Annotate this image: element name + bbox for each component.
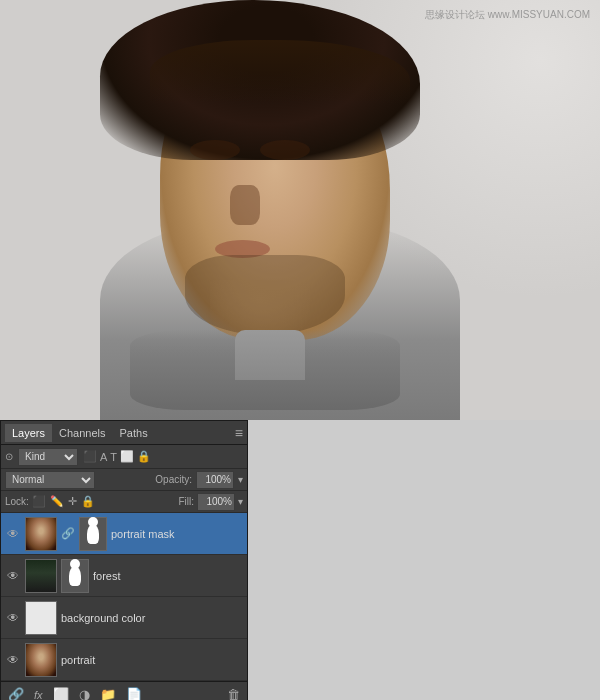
lock-icons-group: ⬛ ✏️ ✛ 🔒 (32, 495, 95, 508)
smart-filter-icon[interactable]: 🔒 (137, 450, 151, 463)
group-button[interactable]: 📁 (97, 685, 119, 700)
fill-label: Fill: (178, 496, 194, 507)
lock-label: Lock: (5, 496, 29, 507)
link-layers-button[interactable]: 🔗 (5, 685, 27, 700)
kind-icons: ⬛ A T ⬜ 🔒 (83, 450, 151, 463)
layer-name-portrait-mask: portrait mask (111, 528, 243, 540)
canvas-area: 思缘设计论坛 www.MISSYUAN.COM (0, 0, 600, 420)
layers-panel: Layers Channels Paths ≡ ⊙ Kind ⬛ A T ⬜ 🔒… (0, 420, 248, 700)
opacity-input[interactable] (196, 471, 234, 489)
layer-name-portrait: portrait (61, 654, 243, 666)
thumb-forest (25, 559, 57, 593)
new-layer-button[interactable]: 📄 (123, 685, 145, 700)
kind-select[interactable]: Kind (18, 448, 78, 466)
lock-row: Lock: ⬛ ✏️ ✛ 🔒 Fill: ▾ (1, 491, 247, 513)
adjustment-filter-icon[interactable]: A (100, 451, 107, 463)
panel-tabs: Layers Channels Paths ≡ (1, 421, 247, 445)
panel-menu-icon[interactable]: ≡ (235, 425, 243, 441)
visibility-forest[interactable]: 👁 (5, 568, 21, 584)
tab-channels[interactable]: Channels (52, 424, 112, 442)
type-filter-icon[interactable]: T (110, 451, 117, 463)
tab-paths[interactable]: Paths (113, 424, 155, 442)
shape-filter-icon[interactable]: ⬜ (120, 450, 134, 463)
layers-list: 👁 🔗 portrait mask 👁 forest 👁 (1, 513, 247, 681)
mask-thumb-forest (61, 559, 89, 593)
layer-row-portrait[interactable]: 👁 portrait (1, 639, 247, 681)
fill-input[interactable] (197, 493, 235, 511)
thumb-portrait-mask (25, 517, 57, 551)
fill-arrow[interactable]: ▾ (238, 496, 243, 507)
fx-button[interactable]: fx (31, 687, 46, 701)
lock-paint-icon[interactable]: ✏️ (50, 495, 64, 508)
adjustment-button[interactable]: ◑ (76, 685, 93, 700)
layer-name-forest: forest (93, 570, 243, 582)
visibility-portrait[interactable]: 👁 (5, 652, 21, 668)
mask-thumb-portrait-mask (79, 517, 107, 551)
blend-mode-select[interactable]: Normal Dissolve Multiply Screen Overlay (5, 471, 95, 489)
layer-row-background-color[interactable]: 👁 background color (1, 597, 247, 639)
lock-pixels-icon[interactable]: ⬛ (32, 495, 46, 508)
tab-layers[interactable]: Layers (5, 424, 52, 442)
layer-row-portrait-mask[interactable]: 👁 🔗 portrait mask (1, 513, 247, 555)
thumb-portrait (25, 643, 57, 677)
watermark: 思缘设计论坛 www.MISSYUAN.COM (425, 8, 590, 22)
lock-move-icon[interactable]: ✛ (68, 495, 77, 508)
opacity-label: Opacity: (155, 474, 192, 485)
thumb-background-color (25, 601, 57, 635)
lock-all-icon[interactable]: 🔒 (81, 495, 95, 508)
layer-row-forest[interactable]: 👁 forest (1, 555, 247, 597)
opacity-arrow[interactable]: ▾ (238, 474, 243, 485)
layer-name-background-color: background color (61, 612, 243, 624)
delete-layer-button[interactable]: 🗑 (224, 685, 243, 700)
visibility-background-color[interactable]: 👁 (5, 610, 21, 626)
add-mask-button[interactable]: ⬜ (50, 685, 72, 700)
kind-label: ⊙ (5, 451, 13, 462)
visibility-portrait-mask[interactable]: 👁 (5, 526, 21, 542)
link-icon-portrait-mask[interactable]: 🔗 (61, 527, 75, 540)
blend-mode-row: Normal Dissolve Multiply Screen Overlay … (1, 469, 247, 491)
panel-toolbar: 🔗 fx ⬜ ◑ 📁 📄 🗑 (1, 681, 247, 700)
pixel-filter-icon[interactable]: ⬛ (83, 450, 97, 463)
kind-row: ⊙ Kind ⬛ A T ⬜ 🔒 (1, 445, 247, 469)
